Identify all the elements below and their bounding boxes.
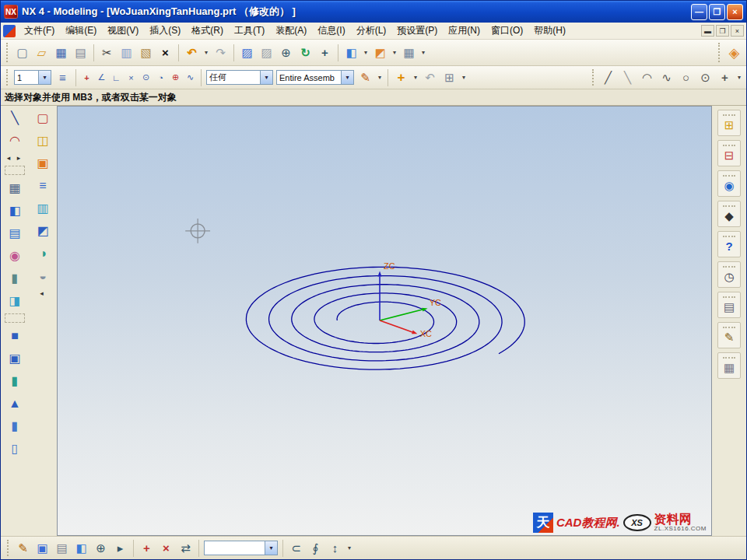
object-display-button[interactable]: ▣ — [33, 538, 52, 558]
line-curve-tool[interactable]: ╲ — [3, 108, 26, 128]
shaft-feature-tool[interactable]: ▮ — [3, 416, 26, 436]
doc-restore-button[interactable]: ❐ — [716, 25, 729, 37]
menu-assemblies[interactable]: 装配(A) — [270, 23, 312, 39]
snap-midpoint-button[interactable]: ∟ — [109, 70, 124, 85]
point-tool-button[interactable]: + — [715, 68, 735, 87]
tube-feature-tool[interactable]: ▮ — [3, 371, 26, 390]
sphere-feature-tool[interactable]: ◉ — [3, 246, 26, 265]
window-tile-button[interactable]: ▨ — [257, 43, 276, 62]
redo-button[interactable]: ↷ — [211, 43, 230, 62]
circle-tool-button[interactable]: ○ — [676, 68, 696, 87]
roles-tab[interactable]: ◆ — [717, 201, 741, 227]
layer-stack-tool[interactable]: ≡ — [31, 176, 54, 195]
boss-feature-tool[interactable]: ◨ — [3, 291, 26, 310]
shaded-view-dropdown[interactable]: ▾ — [361, 43, 370, 62]
minimize-button[interactable]: — — [691, 4, 707, 20]
history-tab[interactable]: ◷ — [717, 261, 741, 288]
datum-plane-tool[interactable]: ▤ — [3, 223, 26, 243]
cut-button[interactable]: ✂ — [97, 43, 117, 62]
undo-button[interactable]: ↶ — [182, 43, 202, 62]
toolbar-grip[interactable] — [592, 69, 595, 86]
navigator-button[interactable]: ⊞ — [440, 68, 459, 87]
more-tools-dropdown[interactable]: ▾ — [345, 538, 354, 558]
y-axis[interactable] — [380, 310, 423, 320]
combo-arrow-icon[interactable]: ▾ — [260, 71, 272, 84]
save-button[interactable]: ▦ — [51, 43, 71, 62]
selection-button[interactable]: ▸ — [110, 538, 130, 558]
swap-view-button[interactable]: ↕ — [325, 538, 345, 558]
sheet-tool[interactable]: ▥ — [31, 198, 54, 218]
undo-dropdown[interactable]: ▾ — [202, 43, 211, 62]
layer-visible-button[interactable]: ≡ — [53, 68, 72, 87]
toolbar-scroll-left[interactable]: ◂ — [32, 289, 54, 298]
doc-minimize-button[interactable]: ▬ — [701, 25, 714, 37]
snap-point-button[interactable]: + — [79, 70, 94, 85]
layout-button[interactable]: ▦ — [399, 43, 419, 62]
create-point-button[interactable]: + — [137, 538, 156, 558]
snap-arc-center-button[interactable]: ⊙ — [139, 70, 153, 85]
palettes-tab[interactable]: ▤ — [717, 292, 741, 318]
snap-quadrant-button[interactable]: ◔ — [153, 70, 168, 85]
bottom-combo[interactable]: ▾ — [204, 541, 278, 555]
restore-button[interactable]: ❐ — [709, 4, 725, 20]
wcs-dropdown[interactable]: ▾ — [411, 68, 420, 87]
cone-feature-tool[interactable]: ▲ — [3, 394, 26, 413]
doc-close-button[interactable]: × — [731, 25, 744, 37]
infinite-line-tool-button[interactable]: ╲ — [618, 68, 637, 87]
menu-information[interactable]: 信息(I) — [312, 23, 350, 39]
web-browser-tab[interactable]: ◉ — [717, 170, 741, 197]
fit-view-button[interactable]: ↻ — [296, 43, 315, 62]
x-axis[interactable] — [380, 320, 412, 332]
snap-point-on-curve-button[interactable]: ∿ — [183, 70, 198, 85]
spline-tool-button[interactable]: ∿ — [657, 68, 676, 87]
menu-edit[interactable]: 编辑(E) — [60, 23, 102, 39]
delete-object-button[interactable]: × — [156, 538, 176, 558]
menu-application[interactable]: 应用(N) — [443, 23, 486, 39]
materials-tab[interactable]: ▦ — [717, 352, 741, 379]
snap-existing-point-button[interactable]: ⊕ — [168, 70, 183, 85]
combo-arrow-icon[interactable]: ▾ — [265, 541, 277, 555]
annotation-tab[interactable]: ✎ — [717, 322, 741, 348]
undo-secondary-button[interactable]: ↶ — [420, 68, 440, 87]
new-file-button[interactable]: ▢ — [12, 43, 32, 62]
block-feature-tool[interactable]: ◧ — [3, 201, 26, 220]
display-mode-button[interactable]: ◧ — [72, 538, 91, 558]
paste-button[interactable]: ▧ — [136, 43, 156, 62]
arc-tool-button[interactable]: ◠ — [637, 68, 657, 87]
copy-button[interactable]: ▥ — [117, 43, 136, 62]
assembly-navigator-tab[interactable]: ⊞ — [717, 110, 741, 136]
orient-view-dropdown[interactable]: ▾ — [390, 43, 399, 62]
sketch-tool[interactable]: ▣ — [31, 153, 54, 173]
hole-tool[interactable]: ◒ — [31, 266, 54, 285]
work-layer-combo[interactable]: 1 ▾ — [14, 70, 51, 85]
toolbar-grip[interactable] — [7, 540, 10, 556]
selection-intent-button[interactable]: ✎ — [356, 68, 375, 87]
snap-endpoint-button[interactable]: ∠ — [94, 70, 109, 85]
navigator-dropdown[interactable]: ▾ — [459, 68, 468, 87]
extrude-tool[interactable]: ◩ — [31, 221, 54, 240]
application-button[interactable]: ◈ — [724, 43, 744, 62]
toolbar-scroll-arrows[interactable]: ◂ ▸ — [4, 153, 26, 163]
open-file-button[interactable]: ▱ — [32, 43, 51, 62]
layout-dropdown[interactable]: ▾ — [419, 43, 428, 62]
toolbar-grip[interactable] — [6, 43, 9, 62]
selection-scope-combo[interactable]: Entire Assemb ▾ — [276, 70, 354, 85]
orient-view-button[interactable]: ◩ — [370, 43, 390, 62]
connector-button[interactable]: ⊂ — [286, 538, 306, 558]
menu-format[interactable]: 格式(R) — [186, 23, 229, 39]
arc-curve-tool[interactable]: ◠ — [3, 131, 26, 150]
style-tool[interactable]: ▢ — [31, 108, 54, 128]
line-tool-button[interactable]: ╱ — [598, 68, 618, 87]
brush-tool-button[interactable]: ✎ — [13, 538, 33, 558]
menu-tools[interactable]: 工具(T) — [229, 23, 270, 39]
shaded-view-button[interactable]: ◧ — [342, 43, 361, 62]
spiral-curve[interactable] — [246, 267, 524, 369]
selection-intent-dropdown[interactable]: ▾ — [375, 68, 384, 87]
menu-analysis[interactable]: 分析(L) — [351, 23, 392, 39]
combo-arrow-icon[interactable]: ▾ — [38, 71, 51, 84]
attach-button[interactable]: ∮ — [306, 538, 325, 558]
window-cascade-button[interactable]: ▨ — [237, 43, 257, 62]
draw-tools-dropdown[interactable]: ▾ — [735, 68, 744, 87]
zoom-in-button[interactable]: ⊕ — [276, 43, 296, 62]
combo-arrow-icon[interactable]: ▾ — [341, 71, 353, 84]
